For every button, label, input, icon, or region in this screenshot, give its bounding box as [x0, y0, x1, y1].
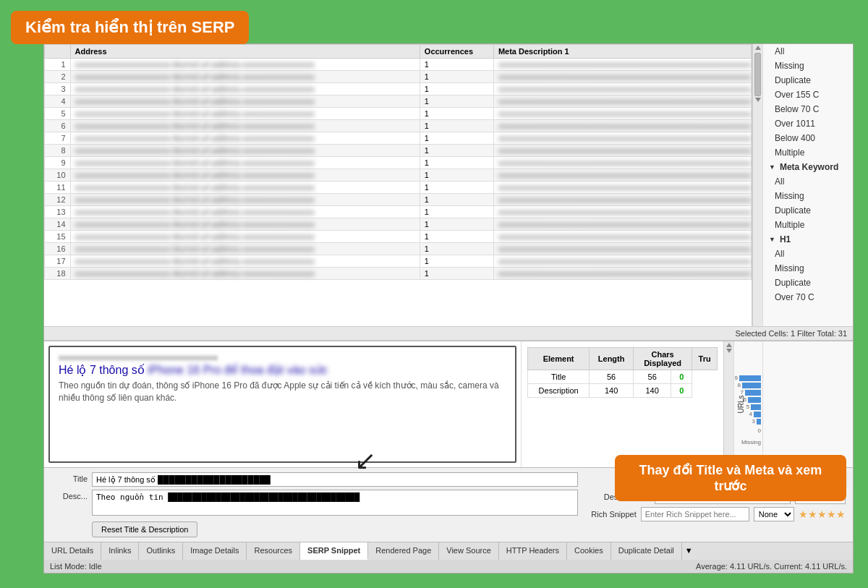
filter-h1-over70[interactable]: Over 70 C — [763, 290, 853, 304]
row-address: xxxxxxxxxxxxxxxxxxxxxxxx-blurred-url-add… — [70, 255, 420, 268]
chart-num-3: 3 — [752, 418, 755, 425]
chars-displayed: 56 — [634, 370, 671, 384]
tab-cookies[interactable]: Cookies — [567, 542, 611, 560]
filter-multiple[interactable]: Multiple — [763, 145, 853, 160]
mid-scroll-down-icon[interactable] — [726, 349, 732, 353]
row-meta: xxxxxxxxxxxxxxxxxxxxxxxxxxxxxxxxxxxxxxxx… — [493, 231, 751, 243]
rich-snippet-select[interactable]: None — [754, 507, 794, 521]
scroll-thumb[interactable] — [754, 53, 761, 96]
row-occ: 1 — [420, 59, 493, 71]
row-address: xxxxxxxxxxxxxxxxxxxxxxxx-blurred-url-add… — [70, 108, 420, 120]
row-meta: xxxxxxxxxxxxxxxxxxxxxxxxxxxxxxxxxxxxxxxx… — [493, 120, 751, 132]
row-num: 14 — [45, 218, 71, 231]
table-row[interactable]: 3xxxxxxxxxxxxxxxxxxxxxxxx-blurred-url-ad… — [45, 83, 752, 95]
scroll-up-icon[interactable] — [755, 46, 761, 50]
row-num: 11 — [45, 182, 71, 194]
chart-bar-4: 4 — [749, 411, 761, 417]
row-num: 18 — [45, 268, 71, 280]
row-occ: 1 — [420, 145, 493, 157]
filter-mk-missing[interactable]: Missing — [763, 189, 853, 203]
filter-over1011[interactable]: Over 1011 — [763, 116, 853, 131]
mid-scroll-up-icon[interactable] — [726, 343, 732, 347]
status-left: List Mode: Idle — [50, 562, 102, 571]
table-row[interactable]: 10xxxxxxxxxxxxxxxxxxxxxxxx-blurred-url-a… — [45, 169, 752, 182]
tab-inlinks[interactable]: Inlinks — [101, 542, 139, 560]
table-row[interactable]: 12xxxxxxxxxxxxxxxxxxxxxxxx-blurred-url-a… — [45, 194, 752, 206]
tab-view-source[interactable]: View Source — [439, 542, 499, 560]
tab-http-headers[interactable]: HTTP Headers — [499, 542, 567, 560]
table-row[interactable]: 2xxxxxxxxxxxxxxxxxxxxxxxx-blurred-url-ad… — [45, 71, 752, 83]
desc-row: Desc... Theo nguồn tin █████████████████… — [51, 490, 578, 516]
tab-image-details[interactable]: Image Details — [183, 542, 247, 560]
row-num: 17 — [45, 255, 71, 268]
row-address: xxxxxxxxxxxxxxxxxxxxxxxx-blurred-url-add… — [70, 120, 420, 132]
collapse-icon[interactable]: ▼ — [769, 163, 775, 171]
chart-zero: 0 — [758, 427, 761, 434]
table-row[interactable]: 4xxxxxxxxxxxxxxxxxxxxxxxx-blurred-url-ad… — [45, 95, 752, 108]
filter-h1-missing[interactable]: Missing — [763, 261, 853, 276]
row-meta: xxxxxxxxxxxxxxxxxxxxxxxxxxxxxxxxxxxxxxxx… — [493, 132, 751, 145]
row-meta: xxxxxxxxxxxxxxxxxxxxxxxxxxxxxxxxxxxxxxxx… — [493, 145, 751, 157]
desc-label: Desc... — [51, 490, 88, 500]
bar-3 — [757, 419, 761, 425]
filter-mk-all[interactable]: All — [763, 174, 853, 189]
chart-num-9: 9 — [735, 375, 738, 381]
collapse-h1-icon[interactable]: ▼ — [769, 236, 775, 243]
table-row[interactable]: 7xxxxxxxxxxxxxxxxxxxxxxxx-blurred-url-ad… — [45, 132, 752, 145]
title-input[interactable] — [92, 472, 578, 487]
filter-below400[interactable]: Below 400 — [763, 131, 853, 145]
table-row[interactable]: 14xxxxxxxxxxxxxxxxxxxxxxxx-blurred-url-a… — [45, 218, 752, 231]
status-right: Average: 4.11 URL/s. Current: 4.11 URL/s… — [696, 562, 847, 571]
data-table: Address Occurrences Meta Description 1 1… — [44, 44, 752, 280]
table-row[interactable]: 6xxxxxxxxxxxxxxxxxxxxxxxx-blurred-url-ad… — [45, 120, 752, 132]
scroll-down-icon[interactable] — [755, 98, 761, 102]
table-row[interactable]: 11xxxxxxxxxxxxxxxxxxxxxxxx-blurred-url-a… — [45, 182, 752, 194]
scrollbar-vertical[interactable] — [752, 44, 762, 326]
tab-more-icon[interactable]: ▼ — [682, 542, 696, 560]
filter-h1-all[interactable]: All — [763, 247, 853, 261]
chars-col-length: Length — [590, 348, 634, 370]
rich-snippet-input[interactable] — [641, 507, 749, 521]
star-rating[interactable]: ★★★★★ — [799, 508, 846, 520]
row-address: xxxxxxxxxxxxxxxxxxxxxxxx-blurred-url-add… — [70, 132, 420, 145]
filter-h1-duplicate[interactable]: Duplicate — [763, 276, 853, 290]
reset-button[interactable]: Reset Title & Description — [92, 521, 197, 537]
filter-missing[interactable]: Missing — [763, 59, 853, 73]
filter-duplicate[interactable]: Duplicate — [763, 73, 853, 88]
tab-serp-snippet[interactable]: SERP Snippet — [300, 542, 368, 560]
filter-all[interactable]: All — [763, 44, 853, 59]
title-row: Title — [51, 472, 578, 487]
row-address: xxxxxxxxxxxxxxxxxxxxxxxx-blurred-url-add… — [70, 71, 420, 83]
row-address: xxxxxxxxxxxxxxxxxxxxxxxx-blurred-url-add… — [70, 243, 420, 255]
table-row[interactable]: 18xxxxxxxxxxxxxxxxxxxxxxxx-blurred-url-a… — [45, 268, 752, 280]
table-row[interactable]: 17xxxxxxxxxxxxxxxxxxxxxxxx-blurred-url-a… — [45, 255, 752, 268]
desc-textarea[interactable]: Theo nguồn tin █████████████████████████… — [92, 490, 578, 516]
chart-num-5: 5 — [746, 404, 749, 410]
tab-outlinks[interactable]: Outlinks — [139, 542, 183, 560]
tab-url-details[interactable]: URL Details — [44, 542, 101, 560]
row-occ: 1 — [420, 95, 493, 108]
badge-bottom: Thay đổi Title và Meta và xem trước — [615, 455, 846, 501]
urls-label: URLs — [737, 395, 745, 413]
middle-scrollbar[interactable] — [723, 341, 733, 467]
serp-preview: xxxxxxxxxxxxxxxxxxxxxxxxxxxxxxxxxxxxxxxx… — [48, 346, 516, 463]
table-row[interactable]: 13xxxxxxxxxxxxxxxxxxxxxxxx-blurred-url-a… — [45, 206, 752, 218]
filter-below70[interactable]: Below 70 C — [763, 102, 853, 116]
table-row[interactable]: 5xxxxxxxxxxxxxxxxxxxxxxxx-blurred-url-ad… — [45, 108, 752, 120]
table-row[interactable]: 1xxxxxxxxxxxxxxxxxxxxxxxx-blurred-url-ad… — [45, 59, 752, 71]
chart-bar-3: 3 — [752, 418, 761, 425]
row-address: xxxxxxxxxxxxxxxxxxxxxxxx-blurred-url-add… — [70, 169, 420, 182]
table-row[interactable]: 9xxxxxxxxxxxxxxxxxxxxxxxx-blurred-url-ad… — [45, 157, 752, 169]
filter-over155[interactable]: Over 155 C — [763, 88, 853, 102]
table-row[interactable]: 15xxxxxxxxxxxxxxxxxxxxxxxx-blurred-url-a… — [45, 231, 752, 243]
table-row[interactable]: 8xxxxxxxxxxxxxxxxxxxxxxxx-blurred-url-ad… — [45, 145, 752, 157]
filter-mk-multiple[interactable]: Multiple — [763, 218, 853, 232]
tab-duplicate-detail[interactable]: Duplicate Detail — [611, 542, 682, 560]
filter-mk-duplicate[interactable]: Duplicate — [763, 203, 853, 218]
row-num: 2 — [45, 71, 71, 83]
tab-resources[interactable]: Resources — [247, 542, 300, 560]
middle-right-panel — [762, 341, 853, 467]
tab-rendered-page[interactable]: Rendered Page — [368, 542, 439, 560]
row-meta: xxxxxxxxxxxxxxxxxxxxxxxxxxxxxxxxxxxxxxxx… — [493, 218, 751, 231]
table-row[interactable]: 16xxxxxxxxxxxxxxxxxxxxxxxx-blurred-url-a… — [45, 243, 752, 255]
